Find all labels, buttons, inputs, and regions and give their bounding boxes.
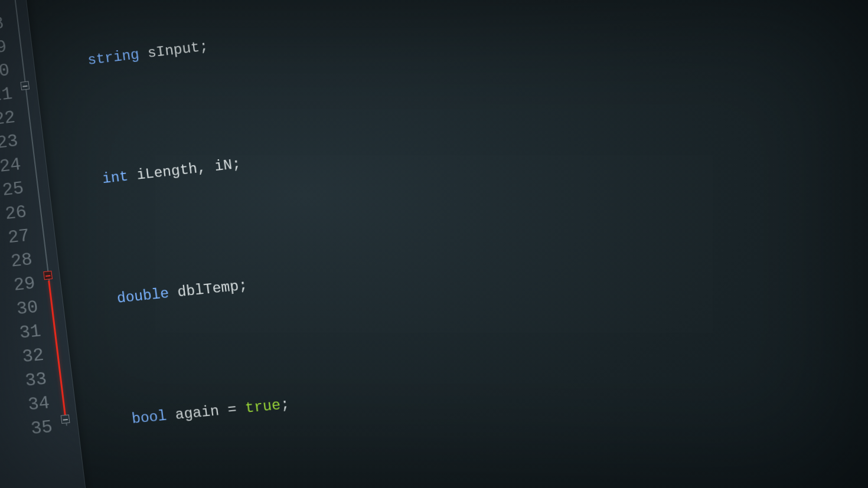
line-number: 22 (0, 106, 17, 132)
line-number: 27 (6, 224, 31, 250)
identifier: iLength (136, 161, 198, 184)
fold-toggle-error-icon[interactable] (43, 271, 53, 280)
keyword-type: bool (131, 408, 168, 427)
line-number: 33 (24, 367, 48, 393)
identifier: again (174, 403, 220, 424)
line-number: 24 (0, 153, 22, 179)
line-number: 35 (30, 415, 54, 441)
keyword-type: int (102, 168, 129, 187)
identifier: iN (214, 157, 233, 175)
operator: = (218, 400, 246, 419)
punct-semicolon: ; (198, 38, 209, 55)
line-number: 25 (1, 176, 25, 202)
line-number: 29 (12, 271, 37, 297)
tilted-editor-surface: 16 17 18 19 20 21 22 23 24 25 26 27 28 2… (0, 0, 868, 488)
line-number: 34 (27, 391, 51, 417)
keyword-type: double (116, 285, 170, 307)
code-line[interactable]: int iLength, iN; (101, 125, 491, 192)
punct-semicolon: ; (231, 156, 242, 173)
line-number: 23 (0, 129, 19, 155)
code-line[interactable]: double dblTemp; (116, 247, 508, 311)
line-number: 18 (0, 12, 5, 38)
line-number: 30 (15, 295, 40, 321)
code-line[interactable]: bool again = true; (130, 370, 524, 431)
editor-viewport: 16 17 18 19 20 21 22 23 24 25 26 27 28 2… (0, 0, 868, 488)
line-number: 32 (21, 343, 45, 369)
line-number: 28 (9, 248, 34, 274)
line-number: 31 (18, 319, 43, 345)
line-number: 26 (4, 200, 28, 226)
fold-toggle-icon[interactable] (20, 81, 30, 90)
identifier: dblTemp (177, 278, 240, 300)
identifier: sInput (146, 40, 200, 62)
keyword-type: string (87, 47, 140, 68)
punct-semicolon: ; (237, 277, 248, 294)
punct-comma: , (196, 159, 216, 177)
punct-semicolon: ; (279, 396, 291, 413)
line-number: 20 (0, 58, 11, 84)
keyword-true: true (244, 397, 282, 417)
code-area[interactable]: string sInput; int iLength, iN; double d… (21, 0, 549, 488)
code-line[interactable]: string sInput; (86, 3, 474, 73)
fold-toggle-icon[interactable] (61, 414, 70, 424)
line-number: 19 (0, 35, 8, 61)
line-number: 21 (0, 82, 14, 108)
